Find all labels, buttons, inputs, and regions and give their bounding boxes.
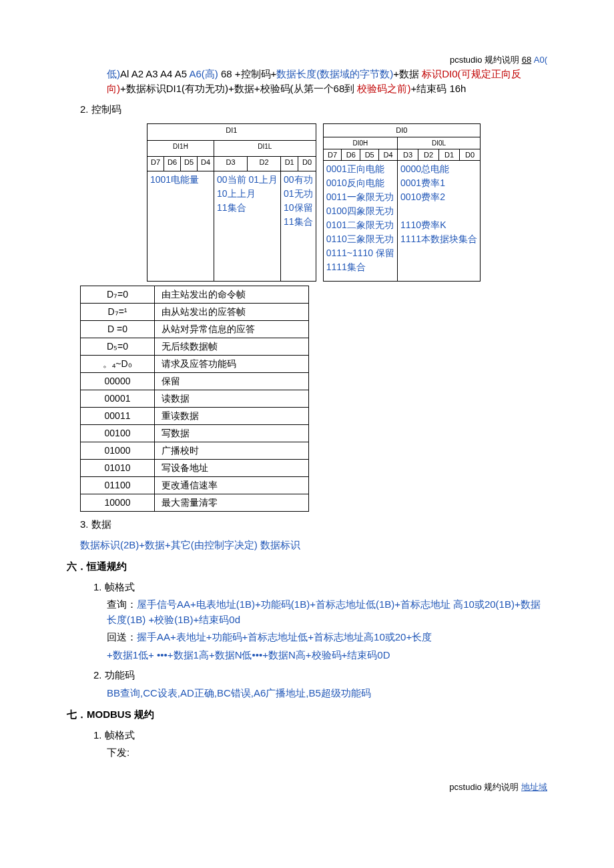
di0-subL: DI0H bbox=[323, 137, 397, 149]
table-row: 00011重读数据 bbox=[81, 408, 309, 425]
d-cell: D4 bbox=[198, 156, 214, 171]
di0-subR: DI0L bbox=[397, 137, 480, 149]
h6-1-reply: 回送：握手AA+表地址+功能码+首标志地址低+首标志地址高10或20+长度 bbox=[107, 630, 547, 645]
table-row: D₅=0无后续数据帧 bbox=[81, 338, 309, 356]
table-row: 01100更改通信速率 bbox=[81, 477, 309, 494]
heading-7: 七．MODBUS 规约 bbox=[67, 707, 547, 723]
intro-seg: 低) bbox=[107, 68, 120, 79]
intro-seg: A6(高) bbox=[189, 68, 218, 79]
d-cell: D6 bbox=[164, 156, 181, 171]
d-cell: D0 bbox=[298, 156, 316, 171]
ctrl-key: D₅=0 bbox=[81, 338, 155, 356]
intro-seg: +数据标识DI1(有功无功)+数据+校验码(从第一个68到 bbox=[120, 83, 354, 94]
table-row: D =0从站对异常信息的应答 bbox=[81, 321, 309, 338]
table-row: 01000广播校时 bbox=[81, 442, 309, 460]
ctrl-val: 写数据 bbox=[155, 425, 309, 442]
ctrl-val: 保留 bbox=[155, 373, 309, 390]
intro-paragraph: 低)Al A2 A3 A4 A5 A6(高) 68 +控制码+数据长度(数据域的… bbox=[107, 67, 547, 97]
ctrl-key: D₇=0 bbox=[81, 286, 155, 304]
h6-1-q-text: 屋手信号AA+电表地址(1B)+功能码(1B)+首标志地址低(1B)+首标志地址… bbox=[107, 598, 541, 625]
di-tables-wrap: DI1 DI1H DI1L D7 D6 D5 D4 D3 D2 D1 D0 10… bbox=[147, 123, 547, 282]
ctrl-val: 由主站发出的命令帧 bbox=[155, 286, 309, 304]
h7-1-text: 下发: bbox=[107, 745, 547, 761]
section-3-title: 3. 数据 bbox=[80, 517, 547, 532]
table-row: 01010写设备地址 bbox=[81, 460, 309, 477]
ctrl-val: 无后续数据帧 bbox=[155, 338, 309, 356]
di1-table: DI1 DI1H DI1L D7 D6 D5 D4 D3 D2 D1 D0 10… bbox=[147, 123, 316, 282]
ctrl-key: 01010 bbox=[81, 460, 155, 477]
ctrl-val: 重读数据 bbox=[155, 408, 309, 425]
di1-colL: 1001电能量 bbox=[147, 171, 214, 282]
di1-subL: DI1H bbox=[147, 141, 214, 156]
table-row: 00001读数据 bbox=[81, 390, 309, 408]
table-row: D₇=¹由从站发出的应答帧 bbox=[81, 304, 309, 321]
ctrl-key: D =0 bbox=[81, 321, 155, 338]
intro-seg: 68 +控制码+ bbox=[218, 68, 277, 79]
ctrl-val: 广播校时 bbox=[155, 442, 309, 460]
di1-title: DI1 bbox=[147, 124, 316, 141]
intro-seg: Al A2 A3 A4 A5 bbox=[120, 68, 187, 79]
h7-1: 1. 帧格式 bbox=[93, 728, 547, 743]
di0-colL: 0001正向电能 0010反向电能 0011一象限无功 0100四象限无功 01… bbox=[323, 161, 397, 282]
h6-1: 1. 帧格式 bbox=[93, 580, 547, 595]
ctrl-key: 00011 bbox=[81, 408, 155, 425]
ctrl-val: 由从站发出的应答帧 bbox=[155, 304, 309, 321]
section-3-line: 数据标识(2B)+数据+其它(由控制字决定) 数据标识 bbox=[80, 538, 547, 553]
di1-subR: DI1L bbox=[214, 141, 316, 156]
di1-colR1: 00当前 01上月 10上上月 11集合 bbox=[214, 171, 281, 282]
h6-2-text: BB查询,CC设表,AD正确,BC错误,A6广播地址,B5超级功能码 bbox=[107, 686, 547, 701]
header-blue: A0( bbox=[534, 55, 547, 65]
section-2-title: 2. 控制码 bbox=[80, 102, 547, 117]
h6-1-r2: +数据1低+ •••+数据1高+数据N低•••+数据N高+校验码+结束码0D bbox=[107, 648, 547, 663]
d-cell: D7 bbox=[323, 149, 342, 161]
h6-1-q-label: 查询： bbox=[107, 598, 137, 610]
d-cell: D5 bbox=[181, 156, 198, 171]
d-cell: D0 bbox=[460, 149, 481, 161]
ctrl-val: 最大需量清零 bbox=[155, 494, 309, 512]
ctrl-key: 00001 bbox=[81, 390, 155, 408]
d-cell: D7 bbox=[147, 156, 164, 171]
ctrl-key: 01100 bbox=[81, 477, 155, 494]
d-cell: D1 bbox=[281, 156, 298, 171]
di0-table: DI0 DI0H DI0L D7 D6 D5 D4 D3 D2 D1 D0 00… bbox=[323, 123, 481, 282]
table-row: 10000最大需量清零 bbox=[81, 494, 309, 512]
d-cell: D4 bbox=[379, 149, 398, 161]
d-cell: D6 bbox=[342, 149, 360, 161]
ctrl-key: D₇=¹ bbox=[81, 304, 155, 321]
d-cell: D2 bbox=[418, 149, 439, 161]
d-cell: D3 bbox=[214, 156, 248, 171]
footer-prefix: pcstudio 规约说明 bbox=[449, 782, 519, 792]
ctrl-val: 读数据 bbox=[155, 390, 309, 408]
di1-colR2: 00有功 01无功 10保留 11集合 bbox=[281, 171, 316, 282]
ctrl-val: 更改通信速率 bbox=[155, 477, 309, 494]
heading-6: 六．恒通规约 bbox=[67, 559, 547, 574]
d-cell: D1 bbox=[439, 149, 460, 161]
page-header: pcstudio 规约说明 68 A0( bbox=[67, 53, 547, 67]
ctrl-key: 10000 bbox=[81, 494, 155, 512]
di0-title: DI0 bbox=[323, 124, 481, 137]
d-cell: D2 bbox=[248, 156, 281, 171]
table-row: 00000保留 bbox=[81, 373, 309, 390]
h6-1-r-text: 握手AA+表地址+功能码+首标志地址低+首标志地址高10或20+长度 bbox=[137, 631, 432, 642]
h6-2: 2. 功能码 bbox=[93, 668, 547, 683]
intro-seg: +数据 bbox=[393, 68, 419, 79]
ctrl-val: 从站对异常信息的应答 bbox=[155, 321, 309, 338]
ctrl-key: 00100 bbox=[81, 425, 155, 442]
ctrl-val: 写设备地址 bbox=[155, 460, 309, 477]
intro-seg: +结束码 16h bbox=[410, 83, 466, 94]
page-footer: pcstudio 规约说明 地址域 bbox=[67, 781, 547, 794]
intro-seg: 校验码之前) bbox=[354, 83, 410, 94]
di0-colR: 0000总电能 0001费率1 0010费率2 1110费率K 1111本数据块… bbox=[397, 161, 480, 282]
control-code-table: D₇=0由主站发出的命令帧D₇=¹由从站发出的应答帧D =0从站对异常信息的应答… bbox=[80, 286, 309, 512]
ctrl-key: 。₄~D₀ bbox=[81, 356, 155, 373]
table-row: 。₄~D₀请求及应答功能码 bbox=[81, 356, 309, 373]
header-prefix: pcstudio 规约说明 bbox=[450, 55, 519, 65]
d-cell: D3 bbox=[397, 149, 418, 161]
ctrl-val: 请求及应答功能码 bbox=[155, 356, 309, 373]
h6-1-r-label: 回送： bbox=[107, 631, 137, 642]
footer-link: 地址域 bbox=[521, 782, 547, 792]
d-cell: D5 bbox=[360, 149, 379, 161]
intro-seg: 数据长度(数据域的字节数) bbox=[276, 68, 393, 79]
table-row: 00100写数据 bbox=[81, 425, 309, 442]
ctrl-key: 01000 bbox=[81, 442, 155, 460]
